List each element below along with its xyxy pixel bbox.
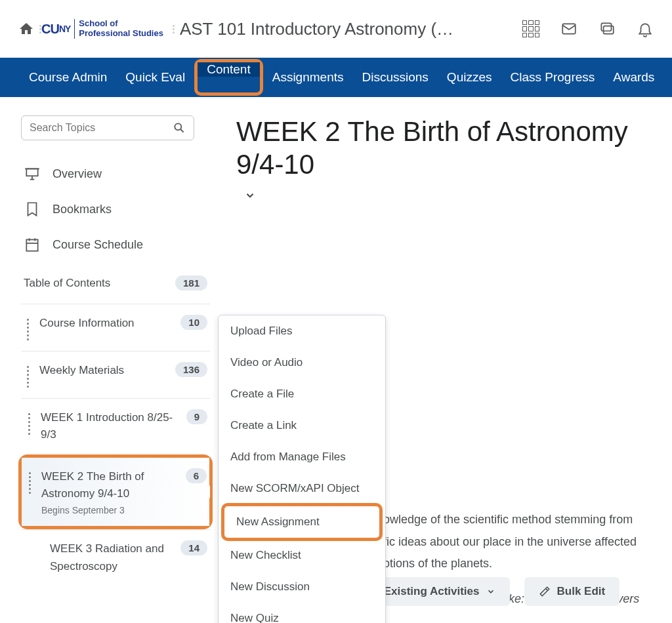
existing-activities-button[interactable]: Existing Activities	[369, 577, 510, 606]
toc-header[interactable]: Table of Contents 181	[21, 262, 210, 304]
search-box[interactable]	[21, 115, 194, 140]
sidebar-schedule[interactable]: Course Schedule	[21, 227, 210, 262]
nav-awards[interactable]: Awards	[604, 58, 663, 97]
navbar: Course Admin Quick Eval Content Assignme…	[0, 58, 672, 97]
logo[interactable]: CUNY School of Professional Studies	[41, 19, 163, 39]
svg-rect-2	[604, 26, 614, 34]
svg-rect-5	[26, 239, 37, 251]
sidebar-item-week1[interactable]: WEEK 1 Introduction 8/25-9/39	[21, 398, 210, 454]
calendar-icon	[24, 236, 41, 253]
svg-rect-0	[562, 24, 576, 33]
nav-content[interactable]: Content	[198, 62, 260, 77]
drag-handle-icon[interactable]	[24, 366, 32, 388]
pencil-icon	[539, 586, 551, 597]
divider-icon	[173, 25, 175, 33]
course-title[interactable]: AST 101 Introductory Astronomy (…	[180, 19, 522, 39]
search-input[interactable]	[30, 122, 173, 134]
menu-new-checklist[interactable]: New Checklist	[219, 540, 385, 571]
sidebar: Overview Bookmarks Course Schedule Table…	[0, 97, 218, 623]
mail-icon[interactable]	[560, 20, 578, 37]
menu-new-quiz[interactable]: New Quiz	[219, 603, 385, 623]
sidebar-bookmarks[interactable]: Bookmarks	[21, 191, 210, 227]
menu-new-discussion[interactable]: New Discussion	[219, 571, 385, 603]
nav-assignments[interactable]: Assignments	[263, 58, 353, 97]
projector-icon	[24, 165, 41, 182]
menu-video-audio[interactable]: Video or Audio	[219, 347, 385, 378]
svg-point-3	[175, 123, 181, 130]
nav-discussions[interactable]: Discussions	[352, 58, 437, 97]
toc-count-badge: 181	[175, 275, 207, 291]
collapse-button[interactable]	[244, 190, 672, 204]
drag-handle-icon[interactable]	[26, 472, 33, 494]
sidebar-item-week3[interactable]: WEEK 3 Radiation and Spectroscopy14	[21, 529, 210, 586]
apps-icon[interactable]	[522, 20, 539, 37]
menu-upload-files[interactable]: Upload Files	[219, 315, 385, 347]
bell-icon[interactable]	[637, 20, 654, 37]
sidebar-item-course-info[interactable]: Course Information10	[21, 304, 210, 351]
top-header: CUNY School of Professional Studies AST …	[0, 0, 672, 58]
bulk-edit-button[interactable]: Bulk Edit	[524, 577, 620, 606]
menu-new-scorm[interactable]: New SCORM/xAPI Object	[219, 473, 385, 504]
svg-rect-4	[26, 169, 37, 176]
nav-class-progress[interactable]: Class Progress	[501, 58, 604, 97]
chevron-down-icon	[244, 190, 256, 201]
nav-more[interactable]: Gr	[663, 58, 672, 97]
sidebar-item-week2[interactable]: WEEK 2 The Birth of Astronomy 9/4-10 Beg…	[22, 458, 209, 527]
sidebar-item-weekly-materials[interactable]: Weekly Materials136	[21, 351, 210, 398]
home-icon[interactable]	[18, 21, 34, 37]
nav-quick-eval[interactable]: Quick Eval	[116, 58, 194, 97]
bookmark-icon	[24, 201, 41, 218]
nav-quizzes[interactable]: Quizzes	[438, 58, 501, 97]
menu-add-from-manage[interactable]: Add from Manage Files	[219, 441, 385, 473]
page-title: WEEK 2 The Birth of Astronomy 9/4-10	[236, 115, 672, 182]
menu-create-link[interactable]: Create a Link	[219, 410, 385, 441]
nav-course-admin[interactable]: Course Admin	[20, 58, 116, 97]
drag-handle-icon[interactable]	[25, 413, 33, 435]
chevron-down-icon	[486, 587, 495, 596]
main-content: WEEK 2 The Birth of Astronomy 9/4-10 owl…	[218, 97, 672, 623]
sidebar-overview[interactable]: Overview	[21, 156, 210, 191]
chat-icon[interactable]	[598, 20, 616, 37]
menu-new-assignment[interactable]: New Assignment	[224, 506, 379, 538]
menu-create-file[interactable]: Create a File	[219, 378, 385, 410]
search-icon[interactable]	[173, 121, 186, 134]
svg-rect-1	[601, 23, 611, 31]
upload-create-menu: Upload Files Video or Audio Create a Fil…	[218, 315, 386, 623]
drag-handle-icon[interactable]	[24, 319, 32, 340]
